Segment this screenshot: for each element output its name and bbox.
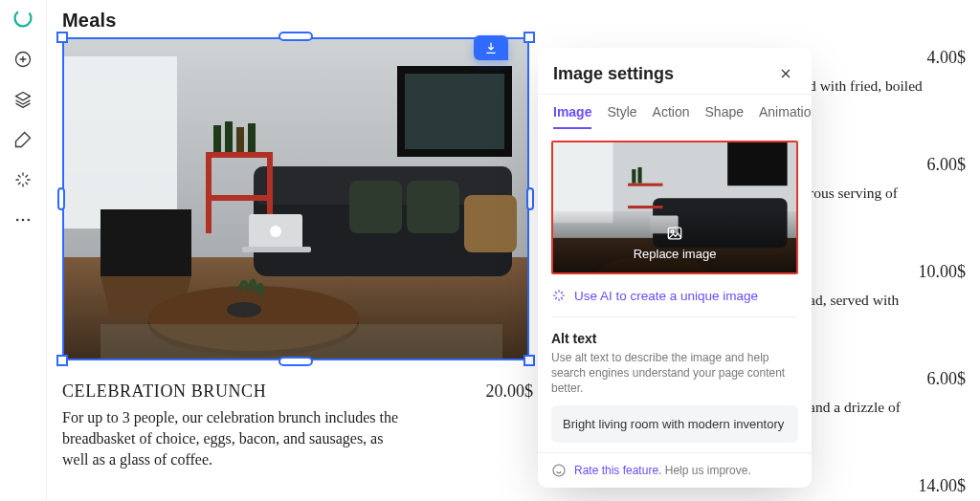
ai-generate-button[interactable]: Use AI to create a unique image: [551, 288, 798, 303]
tab-image[interactable]: Image: [553, 104, 591, 129]
sparkle-icon[interactable]: [11, 168, 34, 191]
smile-icon: [551, 463, 567, 478]
panel-tabs: Image Style Action Shape Animation: [538, 97, 812, 129]
svg-rect-13: [407, 181, 459, 233]
svg-rect-38: [637, 167, 641, 184]
improve-text: Help us improve.: [665, 464, 751, 477]
tab-action[interactable]: Action: [653, 104, 690, 129]
svg-rect-33: [727, 142, 787, 185]
svg-rect-24: [242, 247, 311, 252]
close-button[interactable]: [775, 63, 796, 84]
rate-feature-link[interactable]: Rate this feature.: [574, 464, 661, 477]
svg-rect-12: [349, 181, 402, 233]
replace-label: Replace image: [634, 247, 717, 261]
svg-rect-15: [206, 152, 273, 158]
item-title: CELEBRATION BRUNCH: [62, 381, 266, 402]
selected-image[interactable]: [62, 37, 529, 360]
left-rail: [0, 0, 47, 501]
svg-rect-37: [632, 169, 635, 184]
brand-logo-icon[interactable]: [11, 6, 35, 31]
panel-footer: Rate this feature. Help us improve.: [538, 452, 812, 488]
svg-rect-21: [236, 127, 244, 152]
svg-rect-19: [213, 125, 221, 152]
divider: [551, 316, 798, 317]
more-icon[interactable]: [11, 208, 34, 231]
alt-text-input[interactable]: [551, 405, 798, 443]
menu-item: CELEBRATION BRUNCH 20.00$ For up to 3 pe…: [62, 381, 533, 470]
resize-handle-t[interactable]: [278, 32, 313, 41]
tab-style[interactable]: Style: [607, 104, 636, 129]
svg-rect-16: [206, 195, 273, 201]
replace-overlay: Replace image: [553, 211, 796, 272]
close-icon: [778, 66, 793, 81]
svg-point-0: [13, 9, 33, 28]
svg-point-43: [553, 465, 565, 476]
svg-rect-22: [248, 123, 256, 152]
svg-rect-20: [225, 121, 233, 152]
replace-image-button[interactable]: Replace image: [551, 141, 798, 274]
resize-handle-r[interactable]: [526, 187, 534, 210]
layers-icon[interactable]: [11, 88, 34, 111]
item-price: 20.00$: [486, 381, 534, 402]
resize-handle-br[interactable]: [523, 355, 535, 366]
tab-animation[interactable]: Animation: [759, 104, 812, 129]
image-settings-panel: Image settings Image Style Action Shape …: [538, 48, 812, 488]
svg-point-3: [22, 219, 25, 222]
panel-title: Image settings: [553, 64, 674, 84]
sparkle-icon: [551, 288, 567, 303]
image-icon: [665, 224, 684, 243]
item-description: For up to 3 people, our celebration brun…: [62, 407, 407, 470]
svg-rect-35: [628, 184, 662, 186]
svg-rect-36: [628, 206, 662, 208]
svg-rect-14: [464, 195, 517, 252]
resize-handle-b[interactable]: [278, 357, 313, 366]
ai-generate-label: Use AI to create a unique image: [574, 289, 758, 303]
tab-shape[interactable]: Shape: [705, 104, 744, 129]
section-heading: Meals: [62, 10, 967, 32]
svg-rect-29: [100, 324, 502, 360]
resize-handle-bl[interactable]: [56, 355, 68, 366]
room-image: [62, 37, 529, 360]
resize-handle-tr[interactable]: [523, 32, 535, 43]
svg-rect-7: [62, 56, 177, 229]
svg-point-25: [270, 226, 281, 237]
alt-text-label: Alt text: [551, 331, 798, 346]
alt-text-help: Use alt text to describe the image and h…: [551, 350, 798, 396]
svg-point-42: [671, 230, 674, 233]
editor-canvas[interactable]: Meals: [47, 0, 980, 501]
add-icon[interactable]: [11, 48, 34, 71]
resize-handle-tl[interactable]: [56, 32, 68, 43]
svg-rect-17: [206, 152, 212, 233]
svg-rect-9: [405, 74, 504, 149]
svg-point-4: [28, 219, 31, 222]
svg-point-28: [227, 302, 261, 317]
svg-point-2: [16, 219, 19, 222]
download-badge[interactable]: [474, 35, 508, 60]
resize-handle-l[interactable]: [57, 187, 65, 210]
pen-icon[interactable]: [11, 128, 34, 151]
